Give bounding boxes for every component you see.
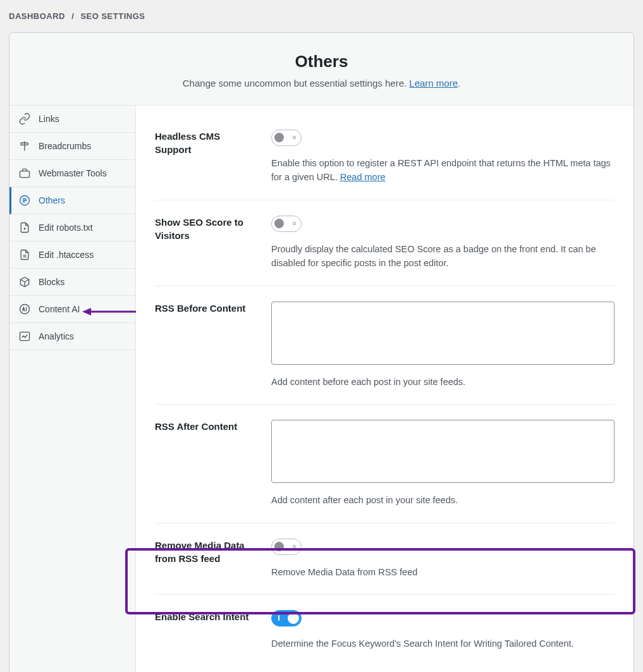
- sidebar-item-label: Breadcrumbs: [39, 141, 91, 151]
- settings-panel: Others Change some uncommon but essentia…: [9, 32, 634, 672]
- subtitle-text: Change some uncommon but essential setti…: [183, 78, 410, 89]
- chart-icon: [18, 330, 31, 343]
- sidebar-item-links[interactable]: Links: [9, 106, 135, 133]
- toggle-search-intent[interactable]: [271, 610, 302, 626]
- sidebar-item-htaccess[interactable]: Edit .htaccess: [9, 241, 135, 269]
- toggle-headless-cms[interactable]: [271, 130, 302, 146]
- sidebar-item-blocks[interactable]: Blocks: [9, 269, 135, 296]
- setting-seo-score: Show SEO Score to Visitors Proudly displ…: [155, 200, 615, 286]
- setting-desc: Add content after each post in your site…: [271, 493, 615, 507]
- links-icon: [18, 113, 31, 125]
- sidebar-item-label: Blocks: [39, 277, 64, 287]
- page-subtitle: Change some uncommon but essential setti…: [22, 78, 621, 89]
- panel-header: Others Change some uncommon but essentia…: [9, 33, 634, 106]
- setting-headless-cms: Headless CMS Support Enable this option …: [155, 125, 615, 200]
- setting-label: Show SEO Score to Visitors: [155, 216, 256, 271]
- setting-rss-before: RSS Before Content Add content before ea…: [155, 286, 615, 405]
- read-more-link[interactable]: Read more: [340, 172, 386, 182]
- rss-before-textarea[interactable]: [271, 302, 615, 365]
- sidebar-item-analytics[interactable]: Analytics: [9, 323, 135, 350]
- setting-desc: Add content before each post in your sit…: [271, 375, 615, 389]
- setting-search-intent: Enable Search Intent Determine the Focus…: [155, 595, 615, 666]
- signpost-icon: [18, 140, 31, 152]
- setting-label: Headless CMS Support: [155, 130, 256, 185]
- svg-point-2: [24, 228, 25, 229]
- svg-point-3: [20, 305, 30, 314]
- setting-desc: Remove Media Data from RSS feed: [271, 565, 615, 579]
- sidebar-item-others[interactable]: Others: [9, 187, 135, 214]
- setting-rss-after: RSS After Content Add content after each…: [155, 405, 615, 523]
- breadcrumb-current: SEO SETTINGS: [80, 11, 145, 21]
- file-icon: [18, 221, 31, 234]
- setting-label: Remove Media Data from RSS feed: [155, 539, 256, 579]
- toolbox-icon: [18, 167, 31, 180]
- blocks-icon: [18, 276, 31, 288]
- setting-remove-media: Remove Media Data from RSS feed Remove M…: [155, 523, 615, 595]
- sidebar-item-label: Edit .htaccess: [39, 250, 94, 260]
- rss-after-textarea[interactable]: [271, 420, 615, 483]
- sidebar-item-label: Webmaster Tools: [39, 168, 107, 178]
- setting-desc: Enable this option to register a REST AP…: [271, 156, 615, 185]
- breadcrumb-dashboard[interactable]: DASHBOARD: [9, 11, 65, 21]
- ai-icon: [18, 303, 31, 315]
- page-title: Others: [22, 52, 621, 71]
- sidebar-item-label: Edit robots.txt: [39, 223, 93, 233]
- sidebar: Links Breadcrumbs Webmaster Tools Others: [9, 106, 136, 672]
- sidebar-item-breadcrumbs[interactable]: Breadcrumbs: [9, 133, 135, 160]
- sidebar-item-webmaster-tools[interactable]: Webmaster Tools: [9, 160, 135, 187]
- settings-content: Headless CMS Support Enable this option …: [136, 106, 634, 672]
- setting-desc: Determine the Focus Keyword's Search Int…: [271, 637, 615, 651]
- learn-more-link[interactable]: Learn more: [409, 78, 458, 89]
- breadcrumb-separator: /: [71, 11, 74, 21]
- setting-desc: Proudly display the calculated SEO Score…: [271, 242, 615, 271]
- setting-label: RSS Before Content: [155, 302, 256, 389]
- sidebar-item-label: Content AI: [39, 304, 80, 314]
- toggle-seo-score[interactable]: [271, 216, 302, 232]
- breadcrumb: DASHBOARD / SEO SETTINGS: [9, 11, 634, 21]
- list-icon: [18, 194, 31, 207]
- sidebar-item-label: Others: [39, 195, 65, 205]
- setting-label: Enable Search Intent: [155, 610, 256, 651]
- toggle-remove-media[interactable]: [271, 539, 302, 555]
- sidebar-item-label: Links: [39, 114, 59, 124]
- file-text-icon: [18, 248, 31, 261]
- sidebar-item-content-ai[interactable]: Content AI: [9, 296, 135, 323]
- sidebar-item-robots[interactable]: Edit robots.txt: [9, 214, 135, 241]
- svg-rect-0: [20, 171, 30, 178]
- setting-label: RSS After Content: [155, 420, 256, 507]
- sidebar-item-label: Analytics: [39, 331, 74, 341]
